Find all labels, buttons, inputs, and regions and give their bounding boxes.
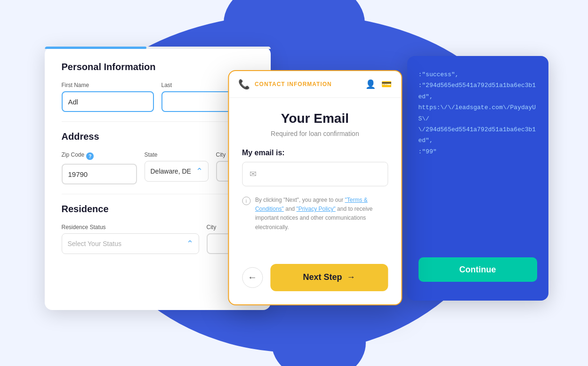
next-step-button[interactable]: Next Step → xyxy=(270,264,388,291)
info-text: By clicking "Next", you agree to our "Te… xyxy=(255,196,388,232)
residence-status-select[interactable]: Select Your Status xyxy=(62,233,199,254)
email-input-wrapper: ✉ xyxy=(242,162,388,186)
email-field-label: My email is: xyxy=(242,149,388,157)
modal-header-icons: 👤 💳 xyxy=(365,79,392,89)
modal-subtitle: Required for loan confirmation xyxy=(242,130,388,137)
modal-header-left: 📞 CONTACT INFORMATION xyxy=(238,79,332,90)
divider-1 xyxy=(62,121,254,122)
progress-bar-fill xyxy=(45,47,146,49)
divider-2 xyxy=(62,194,254,194)
address-title: Address xyxy=(62,131,254,142)
info-icon: i xyxy=(242,197,250,205)
state-select[interactable]: Delaware, DE xyxy=(145,161,209,182)
code-line-2: :"294d565ed5541a792d51a1ba6ec3b1ed", xyxy=(419,80,537,102)
code-line-3: https:\/\/leadsgate.com\/PaydayUS\/ xyxy=(419,102,537,124)
modal-header: 📞 CONTACT INFORMATION 👤 💳 xyxy=(229,71,401,98)
info-box: i By clicking "Next", you agree to our "… xyxy=(242,196,388,232)
residence-title: Residence xyxy=(62,204,254,215)
back-button[interactable]: ← xyxy=(242,267,263,288)
email-icon: ✉ xyxy=(250,169,257,179)
user-icon[interactable]: 👤 xyxy=(365,79,376,89)
email-input[interactable] xyxy=(242,162,388,186)
code-line-5: :"99" xyxy=(419,146,537,157)
card-icon[interactable]: 💳 xyxy=(381,79,392,89)
zip-help-icon[interactable]: ? xyxy=(86,152,94,160)
modal-header-title: CONTACT INFORMATION xyxy=(255,81,332,88)
right-code-panel: :"success", :"294d565ed5541a792d51a1ba6e… xyxy=(407,56,548,301)
scene-container: Personal Information First Name Last Add… xyxy=(35,18,553,348)
next-arrow-icon: → xyxy=(346,272,355,282)
continue-button[interactable]: Continue xyxy=(419,257,537,282)
progress-bar-container xyxy=(45,47,271,49)
first-name-label: First Name xyxy=(62,82,154,88)
code-line-4: \/294d565ed5541a792d51a1ba6ec3b1ed", xyxy=(419,124,537,146)
email-modal: 📞 CONTACT INFORMATION 👤 💳 Your Email Req… xyxy=(228,70,402,305)
next-step-label: Next Step xyxy=(303,272,342,282)
first-name-input[interactable] xyxy=(62,91,154,112)
residence-status-label: Residence Status xyxy=(62,224,199,231)
state-label: State xyxy=(145,151,209,158)
privacy-link[interactable]: "Privacy Policy" xyxy=(297,206,336,212)
zip-input[interactable] xyxy=(62,164,137,184)
code-line-1: :"success", xyxy=(419,69,537,80)
modal-main-title: Your Email xyxy=(242,111,388,126)
modal-footer: ← Next Step → xyxy=(229,256,401,304)
zip-label: Zip Code xyxy=(62,151,85,158)
code-output: :"success", :"294d565ed5541a792d51a1ba6e… xyxy=(419,69,537,157)
phone-icon: 📞 xyxy=(238,79,250,90)
personal-info-title: Personal Information xyxy=(62,62,254,72)
modal-body: Your Email Required for loan confirmatio… xyxy=(229,98,401,256)
